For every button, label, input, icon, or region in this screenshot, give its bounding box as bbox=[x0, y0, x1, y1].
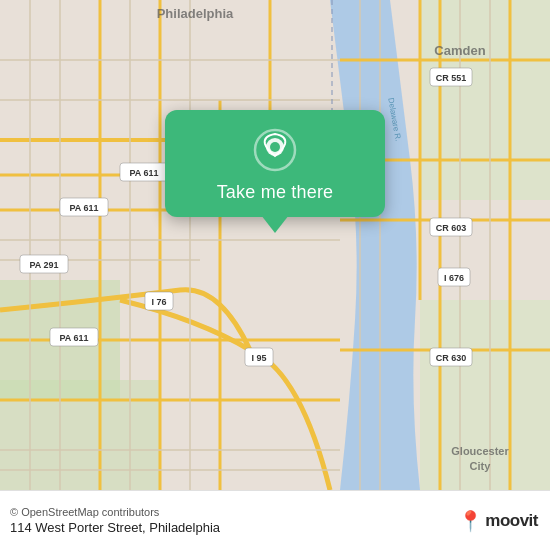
svg-text:CR 603: CR 603 bbox=[436, 223, 467, 233]
svg-text:I 676: I 676 bbox=[444, 273, 464, 283]
svg-text:CR 551: CR 551 bbox=[436, 73, 467, 83]
svg-text:City: City bbox=[470, 460, 492, 472]
moovit-pin-icon: 📍 bbox=[458, 509, 483, 533]
svg-text:PA 611: PA 611 bbox=[59, 333, 88, 343]
svg-text:Camden: Camden bbox=[434, 43, 485, 58]
svg-text:CR 630: CR 630 bbox=[436, 353, 467, 363]
svg-text:I 95: I 95 bbox=[251, 353, 266, 363]
svg-text:PA 611: PA 611 bbox=[69, 203, 98, 213]
address-text: 114 West Porter Street, Philadelphia bbox=[10, 520, 220, 535]
footer-left: © OpenStreetMap contributors 114 West Po… bbox=[10, 506, 220, 535]
svg-text:Gloucester: Gloucester bbox=[451, 445, 509, 457]
take-me-there-button[interactable]: Take me there bbox=[217, 182, 334, 203]
moovit-brand-name: moovit bbox=[485, 511, 538, 531]
svg-text:PA 611: PA 611 bbox=[129, 168, 158, 178]
svg-text:PA 291: PA 291 bbox=[29, 260, 58, 270]
map-background: PA 611 PA 611 PA 611 PA 611 PA 291 I 76 … bbox=[0, 0, 550, 490]
moovit-logo[interactable]: 📍 moovit bbox=[458, 509, 538, 533]
osm-credit: © OpenStreetMap contributors bbox=[10, 506, 220, 518]
svg-rect-2 bbox=[0, 380, 160, 490]
svg-point-65 bbox=[270, 142, 280, 152]
svg-text:I 76: I 76 bbox=[151, 297, 166, 307]
location-pin-icon bbox=[253, 128, 297, 172]
svg-text:Philadelphia: Philadelphia bbox=[157, 6, 234, 21]
footer-bar: © OpenStreetMap contributors 114 West Po… bbox=[0, 490, 550, 550]
location-popup[interactable]: Take me there bbox=[165, 110, 385, 217]
map-view: PA 611 PA 611 PA 611 PA 611 PA 291 I 76 … bbox=[0, 0, 550, 490]
